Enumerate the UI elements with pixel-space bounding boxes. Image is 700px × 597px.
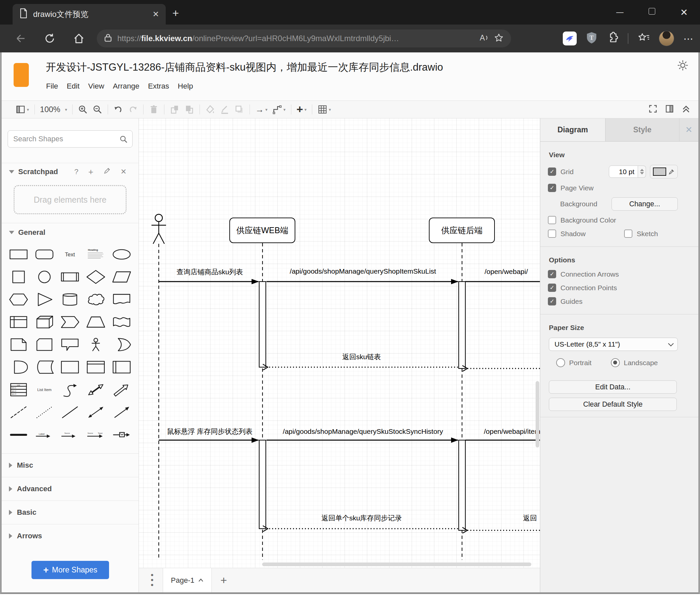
shape-dotted-line[interactable] — [31, 401, 57, 424]
shape-rectangle[interactable] — [6, 243, 31, 266]
connection-arrows-checkbox[interactable]: ✓ — [548, 270, 556, 278]
more-shapes-button[interactable]: + More Shapes — [31, 561, 109, 579]
fill-color-icon[interactable] — [205, 104, 215, 114]
browser-tab[interactable]: drawio文件预览 ✕ — [12, 4, 166, 25]
shape-bidirectional-arrow[interactable] — [83, 378, 109, 401]
message-label[interactable]: 返回单个sku库存同步记录 — [322, 514, 402, 523]
thunder-extension-icon[interactable] — [563, 31, 577, 45]
redo-icon[interactable] — [128, 104, 138, 114]
sidebar-section-basic[interactable]: Basic — [2, 500, 139, 524]
page-view-checkbox[interactable]: ✓ — [548, 184, 556, 192]
connection-style-button[interactable]: →▾ — [255, 104, 268, 115]
grid-color-button[interactable] — [650, 165, 678, 178]
shape-tape[interactable] — [109, 311, 134, 333]
home-icon[interactable] — [73, 32, 85, 44]
shape-container-side[interactable] — [109, 356, 134, 378]
guides-checkbox[interactable]: ✓ — [548, 297, 556, 306]
pages-menu-icon[interactable]: ••• — [149, 573, 155, 588]
sidebar-section-misc[interactable]: Misc — [2, 453, 139, 477]
message-label[interactable]: 返回 — [523, 514, 537, 523]
grid-checkbox[interactable]: ✓ — [548, 167, 556, 176]
shape-or[interactable] — [109, 333, 134, 356]
shape-parallelogram[interactable] — [109, 266, 134, 288]
message-label[interactable]: /open/webapi/item — [484, 428, 540, 435]
lock-icon[interactable] — [104, 33, 112, 44]
browser-menu-icon[interactable]: ⋯ — [683, 33, 694, 44]
page-tab[interactable]: Page-1 — [163, 568, 212, 592]
clear-default-style-button[interactable]: Clear Default Style — [549, 398, 677, 411]
horizontal-scrollbar[interactable] — [262, 563, 531, 566]
sequence-diagram[interactable] — [139, 118, 540, 568]
search-icon[interactable] — [119, 135, 128, 145]
menu-edit[interactable]: Edit — [62, 80, 84, 93]
message-label[interactable]: /api/goods/shopManage/querySkuStockSyncH… — [283, 428, 443, 435]
message-label[interactable]: 返回sku链表 — [342, 352, 381, 361]
insert-button[interactable]: +▾ — [297, 105, 306, 114]
message-label[interactable]: /open/webapi/ — [484, 268, 528, 276]
scratchpad-header[interactable]: Scratchpad ? + ✕ — [2, 163, 139, 181]
extensions-puzzle-icon[interactable] — [606, 32, 619, 45]
message-label[interactable]: 鼠标悬浮 库存同步状态列表 — [167, 427, 253, 436]
scratchpad-edit-icon[interactable] — [103, 167, 111, 176]
shape-note[interactable] — [6, 333, 31, 356]
shape-arrow-source[interactable]: Source — [57, 424, 83, 446]
landscape-radio[interactable] — [611, 358, 620, 367]
zoom-out-icon[interactable] — [93, 104, 102, 114]
menu-arrange[interactable]: Arrange — [108, 80, 144, 93]
shape-callout[interactable] — [57, 333, 83, 356]
table-button[interactable]: ▾ — [318, 104, 331, 114]
scratchpad-dropzone[interactable]: Drag elements here — [14, 185, 127, 214]
shape-dashed-line[interactable] — [6, 401, 31, 424]
delete-icon[interactable] — [149, 104, 159, 114]
shape-arrow-box[interactable] — [109, 424, 134, 446]
fullscreen-icon[interactable] — [648, 104, 658, 115]
shape-square[interactable] — [6, 266, 31, 288]
shape-document[interactable] — [109, 288, 134, 311]
shape-data-storage[interactable] — [31, 356, 57, 378]
undo-icon[interactable] — [114, 104, 123, 114]
paper-size-select[interactable]: US-Letter (8,5" x 11") — [549, 338, 678, 351]
diagram-canvas[interactable]: 供应链WEB端 供应链后端 查询店铺商品sku列表 /api/goods/sho… — [139, 118, 540, 568]
address-bar[interactable]: https://file.kkview.cn/onlinePreview?url… — [97, 29, 511, 47]
shape-curve[interactable] — [57, 378, 83, 401]
zoom-level-dropdown[interactable]: 100%▾ — [40, 105, 67, 114]
shape-trapezoid[interactable] — [83, 311, 109, 333]
shape-bidirectional-connector[interactable] — [83, 401, 109, 424]
shape-container[interactable] — [57, 356, 83, 378]
shape-arrow-source-target[interactable]: SourceTarget — [83, 424, 109, 446]
connection-points-checkbox[interactable]: ✓ — [548, 284, 556, 292]
collections-star-icon[interactable] — [638, 32, 650, 45]
scratchpad-add-icon[interactable]: + — [88, 167, 93, 177]
search-shapes-input[interactable] — [8, 130, 132, 148]
sketch-checkbox[interactable] — [624, 230, 632, 238]
message-label[interactable]: 查询店铺商品sku列表 — [177, 267, 243, 277]
window-maximize-button[interactable] — [642, 8, 662, 17]
menu-view[interactable]: View — [84, 80, 108, 93]
lifeline-web[interactable]: 供应链WEB端 — [229, 218, 295, 243]
general-section-header[interactable]: General — [2, 223, 139, 242]
message-label[interactable]: /api/goods/shopManage/queryShopItemSkuLi… — [290, 267, 436, 275]
shadow-icon[interactable] — [234, 104, 244, 114]
add-page-button[interactable]: + — [220, 574, 227, 587]
background-change-button[interactable]: Change... — [611, 197, 678, 211]
shape-rounded-rectangle[interactable] — [31, 243, 57, 266]
shape-hexagon[interactable] — [6, 288, 31, 311]
shape-textbox[interactable]: Heading — [83, 243, 109, 266]
shape-cube[interactable] — [31, 311, 57, 333]
shape-triangle[interactable] — [31, 288, 57, 311]
waypoint-style-button[interactable]: ▾ — [272, 104, 286, 114]
edit-data-button[interactable]: Edit Data... — [549, 380, 677, 394]
scratchpad-help-icon[interactable]: ? — [74, 167, 78, 176]
shape-list-item[interactable]: List Item — [31, 378, 57, 401]
read-aloud-icon[interactable]: A — [479, 33, 489, 44]
tampermonkey-shield-icon[interactable]: T — [586, 31, 597, 45]
tab-diagram[interactable]: Diagram — [540, 118, 605, 141]
shape-diamond[interactable] — [83, 266, 109, 288]
shape-circle[interactable] — [31, 266, 57, 288]
zoom-in-icon[interactable] — [78, 104, 88, 114]
shape-container-title[interactable] — [83, 356, 109, 378]
to-back-icon[interactable] — [184, 104, 194, 114]
shape-ellipse[interactable] — [109, 243, 134, 266]
shape-line[interactable] — [57, 401, 83, 424]
shape-cloud[interactable] — [83, 288, 109, 311]
